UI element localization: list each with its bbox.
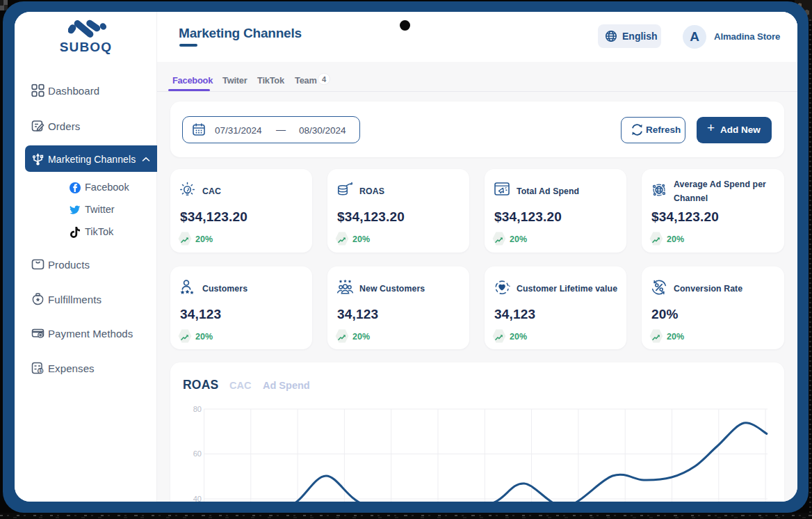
svg-text:$: $ (39, 368, 42, 374)
